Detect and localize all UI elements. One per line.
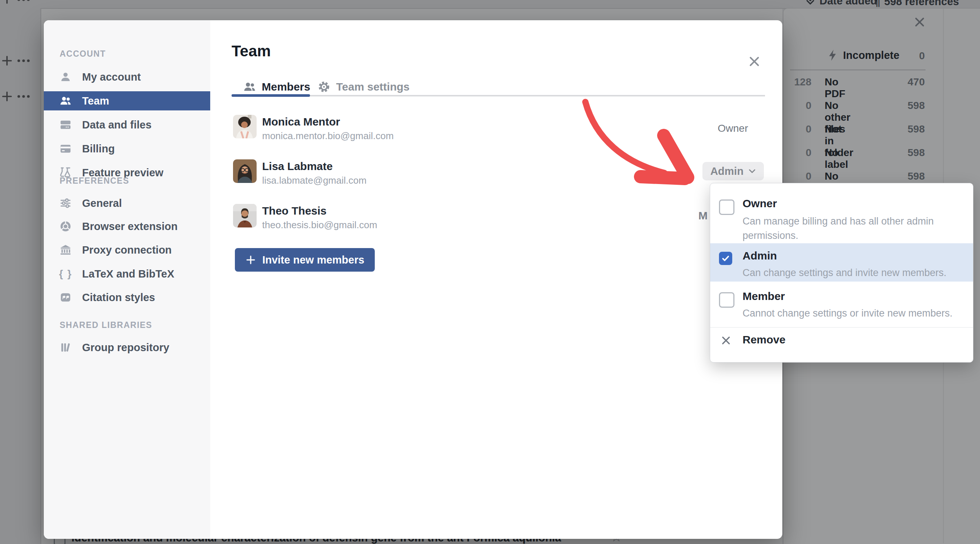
option-description: Can change settings and invite new membe… <box>743 266 947 280</box>
member-email: monica.mentor.bio@gmail.com <box>262 130 393 142</box>
team-icon <box>59 94 72 108</box>
tab-label: Members <box>262 81 310 93</box>
role-dropdown-button[interactable]: Admin <box>702 162 764 180</box>
quote-icon <box>59 291 72 304</box>
sidebar-item-group-repository[interactable]: Group repository <box>44 338 210 357</box>
chrome-icon <box>59 220 72 233</box>
checkbox-unchecked[interactable] <box>719 292 735 308</box>
sidebar-item-billing[interactable]: Billing <box>44 139 210 158</box>
tab-team-settings[interactable]: Team settings <box>317 80 410 94</box>
sidebar-section-shared-libraries: SHARED LIBRARIES <box>60 320 152 330</box>
checkbox-checked[interactable] <box>719 252 732 265</box>
sidebar-item-label: Team <box>82 95 109 107</box>
member-name: Theo Thesis <box>262 205 326 217</box>
member-role-clipped: M <box>698 210 710 224</box>
role-menu: Owner Can manage billing and has all oth… <box>710 183 974 363</box>
sidebar-item-browser-extension[interactable]: Browser extension <box>44 217 210 236</box>
option-title: Admin <box>743 250 777 262</box>
option-description: Can manage billing and has all other adm… <box>743 214 952 243</box>
sidebar-item-my-account[interactable]: My account <box>44 67 210 86</box>
option-title: Member <box>743 290 785 302</box>
member-name: Monica Mentor <box>262 116 340 128</box>
menu-divider <box>710 327 973 328</box>
invite-button-label: Invite new members <box>262 254 364 266</box>
tab-members[interactable]: Members <box>243 80 310 94</box>
sidebar-item-general[interactable]: General <box>44 194 210 213</box>
sidebar-item-label: Data and files <box>82 119 152 131</box>
member-email: lisa.labmate@gmail.com <box>262 175 367 186</box>
bank-icon <box>59 243 72 256</box>
checkbox-unchecked[interactable] <box>719 199 735 215</box>
sidebar-item-label: LaTeX and BibTeX <box>82 268 174 280</box>
sidebar-item-label: Proxy connection <box>82 244 172 256</box>
tab-divider <box>310 95 765 96</box>
member-role-owner: Owner <box>715 122 748 134</box>
remove-label: Remove <box>743 334 786 346</box>
option-title: Owner <box>743 197 777 210</box>
avatar <box>233 115 256 138</box>
member-name: Lisa Labmate <box>262 160 333 173</box>
avatar <box>233 204 256 227</box>
settings-modal: ACCOUNT My account Team Data and files B… <box>44 20 782 539</box>
avatar <box>233 159 256 183</box>
sidebar-item-proxy-connection[interactable]: Proxy connection <box>44 240 210 259</box>
sidebar-item-label: Citation styles <box>82 291 155 304</box>
sidebar-item-citation-styles[interactable]: Citation styles <box>44 288 210 307</box>
user-icon <box>59 70 72 84</box>
option-description: Cannot change settings or invite new mem… <box>743 306 952 321</box>
sidebar-item-latex-bibtex[interactable]: { } LaTeX and BibTeX <box>44 264 210 283</box>
books-icon <box>59 341 72 354</box>
sidebar-item-data-and-files[interactable]: Data and files <box>44 115 210 134</box>
page-title: Team <box>232 42 271 60</box>
chevron-down-icon <box>748 169 756 174</box>
sidebar-item-label: Browser extension <box>82 221 177 232</box>
sidebar-item-label: General <box>82 197 122 210</box>
app-canvas: Date added ¶ 598 references Incomplete 0… <box>0 0 980 544</box>
database-icon <box>59 118 72 131</box>
invite-new-members-button[interactable]: Invite new members <box>235 248 375 272</box>
members-icon <box>243 80 256 94</box>
sidebar-item-label: My account <box>82 71 141 83</box>
gear-icon <box>317 80 331 94</box>
sidebar-section-account: ACCOUNT <box>60 49 106 59</box>
role-dropdown-value: Admin <box>710 165 743 177</box>
sidebar-item-label: Billing <box>82 143 115 155</box>
sliders-icon <box>59 197 72 210</box>
plus-icon <box>245 255 256 266</box>
sidebar-item-label: Group repository <box>82 342 169 354</box>
member-email: theo.thesis.bio@gmail.com <box>262 220 377 231</box>
sidebar-section-preferences: PREFERENCES <box>60 176 129 186</box>
active-tab-underline <box>232 94 310 97</box>
remove-x-icon <box>720 334 732 347</box>
braces-icon: { } <box>59 267 72 280</box>
sidebar-item-team[interactable]: Team <box>44 91 210 110</box>
tab-label: Team settings <box>336 81 410 93</box>
close-modal-icon[interactable] <box>744 51 765 72</box>
credit-card-icon <box>59 142 72 155</box>
